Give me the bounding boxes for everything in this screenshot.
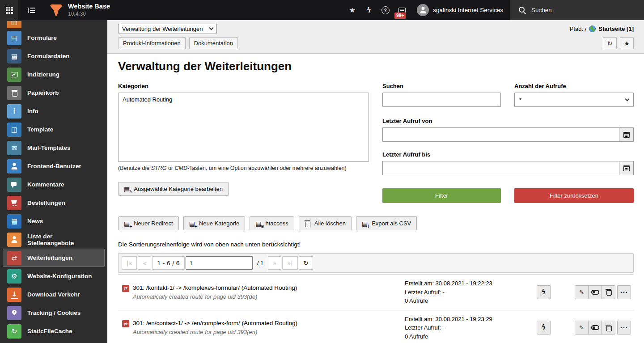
sidebar-item-download-verkehr[interactable]: ↓ Download Verkehr bbox=[3, 285, 105, 304]
bookmark-button[interactable]: ★ bbox=[620, 37, 634, 49]
redirect-subtitle: Automatically created route for page uid… bbox=[133, 293, 297, 301]
help-button[interactable]: ? bbox=[377, 0, 394, 20]
typo3-logo bbox=[50, 4, 62, 16]
filter-button[interactable]: Filter bbox=[382, 188, 501, 203]
module-sidebar: ▤ ▤ Formulare ▤ Formulardaten Indizierun… bbox=[0, 20, 107, 343]
sidebar-item-website-konfiguration[interactable]: ⚙ Website-Konfiguration bbox=[3, 267, 105, 285]
action-toolbar: ▤+ Neuer Redirect ▤+ Neue Kategorie ▤◉ h… bbox=[118, 216, 634, 230]
sidebar-item-bestellungen[interactable]: Bestellungen bbox=[3, 194, 105, 212]
prev-page-button[interactable]: « bbox=[138, 256, 151, 270]
download-icon: ↓ bbox=[7, 288, 21, 302]
global-search[interactable]: Suchen bbox=[510, 0, 644, 20]
trash-icon bbox=[7, 86, 21, 100]
form-icon: ▤ bbox=[7, 31, 21, 45]
sidebar-item-frontend-benutzer[interactable]: Frontend-Benutzer bbox=[3, 157, 105, 175]
multiselect-hint: (Benutze die STRG or CMD-Tasten, um eine… bbox=[118, 165, 369, 171]
record-range: 1 - 6 / 6 bbox=[152, 256, 184, 270]
categories-listbox[interactable]: Automated Routing bbox=[118, 93, 369, 162]
current-page-crumb[interactable]: Startseite [1] bbox=[598, 25, 634, 32]
category-option[interactable]: Automated Routing bbox=[119, 93, 369, 106]
sidebar-item-mail-templates[interactable]: ✉ Mail-Templates bbox=[3, 139, 105, 157]
search-redirects-input[interactable] bbox=[382, 93, 501, 107]
toggle-icon bbox=[591, 325, 599, 330]
system-notes-button[interactable]: 99+ bbox=[394, 0, 410, 20]
bolt-icon: ϟ bbox=[542, 324, 546, 331]
datepicker-button-from[interactable] bbox=[619, 127, 634, 142]
reload-button[interactable]: ↻ bbox=[603, 37, 617, 49]
last-call-from-label: Letzter Aufruf von bbox=[382, 118, 634, 124]
sidebar-item-kommentare[interactable]: Kommentare bbox=[3, 175, 105, 194]
export-csv-button[interactable]: ▤↓ Export als CSV bbox=[356, 216, 417, 230]
datepicker-button-to[interactable] bbox=[619, 161, 634, 175]
reset-filter-button[interactable]: Filter zurücksetzen bbox=[514, 188, 634, 203]
pencil-icon: ✎ bbox=[579, 325, 584, 330]
delete-button[interactable] bbox=[602, 285, 615, 299]
sidebar-item-formulare[interactable]: ▤ Formulare bbox=[3, 29, 105, 47]
sidebar-item-partial[interactable]: ▤ bbox=[3, 21, 105, 29]
trash-icon bbox=[305, 220, 310, 227]
site-brand: Website Base 10.4.30 bbox=[68, 2, 110, 17]
delete-button[interactable] bbox=[602, 321, 615, 335]
more-options-button[interactable]: ··· bbox=[617, 285, 631, 299]
typo3-logo-shape bbox=[50, 4, 62, 16]
cache-icon: ↻ bbox=[7, 324, 21, 339]
module-menu-toggle[interactable] bbox=[0, 0, 18, 20]
note-icon bbox=[398, 8, 406, 13]
documentation-button[interactable]: Dokumentation bbox=[189, 37, 238, 49]
first-page-button[interactable]: |« bbox=[122, 256, 137, 270]
last-call-to-input[interactable] bbox=[382, 161, 619, 175]
function-select[interactable]: Verwaltung der Weiterleitungen bbox=[118, 24, 217, 34]
htaccess-button[interactable]: ▤◉ htaccess bbox=[250, 216, 294, 230]
edit-button[interactable]: ✎ bbox=[575, 285, 589, 299]
product-info-button[interactable]: Produkt-Informationen bbox=[118, 37, 186, 49]
sidebar-item-info[interactable]: i Info bbox=[3, 102, 105, 120]
sidebar-item-tracking-cookies[interactable]: Tracking / Cookies bbox=[3, 304, 105, 322]
new-category-button[interactable]: ▤+ Neue Kategorie bbox=[183, 216, 246, 230]
form-edit-icon: ▤✎ bbox=[124, 186, 130, 192]
top-bar: Website Base 10.4.30 ★ ϟ ? 99+ sgalinski… bbox=[0, 0, 644, 20]
test-redirect-button[interactable]: ϟ bbox=[537, 285, 551, 299]
toggle-visibility-button[interactable] bbox=[588, 321, 602, 335]
path-label: Pfad: / bbox=[570, 25, 587, 32]
sidebar-item-formulardaten[interactable]: ▤ Formulardaten bbox=[3, 47, 105, 65]
redirect-title: 301: /kontakt-1/ -> /komplexes-formular/… bbox=[133, 284, 297, 293]
toggle-visibility-button[interactable] bbox=[588, 285, 602, 299]
refresh-icon: ↻ bbox=[607, 40, 613, 47]
chart-icon bbox=[7, 68, 21, 82]
sidebar-item-news[interactable]: ▤ News bbox=[3, 212, 105, 230]
refresh-list-button[interactable]: ↻ bbox=[299, 256, 314, 270]
calls-select[interactable]: * bbox=[514, 93, 634, 107]
user-menu[interactable]: sgalinski Internet Services bbox=[410, 4, 510, 16]
ellipsis-icon: ··· bbox=[620, 289, 628, 296]
pagination-bar: |« « 1 - 6 / 6 / 1 » »| ↻ bbox=[118, 253, 634, 273]
sidebar-item-staticfilecache[interactable]: ↻ StaticFileCache bbox=[3, 322, 105, 340]
sidebar-item-template[interactable]: ◫ Template bbox=[3, 120, 105, 139]
pin-icon bbox=[7, 306, 21, 320]
page-heading: Verwaltung der Weiterleitungen bbox=[118, 59, 634, 73]
sidebar-item-weiterleitungen[interactable]: ⇄ Weiterleitungen bbox=[3, 249, 105, 267]
site-version: 10.4.30 bbox=[68, 11, 110, 18]
last-page-button[interactable]: »| bbox=[282, 256, 297, 270]
page-number-input[interactable] bbox=[186, 256, 253, 270]
globe-icon bbox=[589, 25, 596, 32]
sort-notice: Die Sortierungsreihenfolge wird von oben… bbox=[118, 241, 634, 248]
sidebar-item-indizierung[interactable]: Indizierung bbox=[3, 65, 105, 84]
edit-button[interactable]: ✎ bbox=[575, 321, 589, 335]
more-options-button[interactable]: ··· bbox=[617, 321, 631, 335]
user-icon bbox=[7, 159, 21, 174]
sidebar-item-stellenangebote[interactable]: Liste der Stellenangebote bbox=[3, 230, 105, 249]
delete-all-button[interactable]: Alle löschen bbox=[299, 216, 352, 230]
next-page-button[interactable]: » bbox=[268, 256, 281, 270]
pagetree-toggle[interactable] bbox=[22, 0, 40, 20]
redirect-icon: ⇄ bbox=[7, 251, 21, 265]
last-call-from-input[interactable] bbox=[382, 127, 619, 142]
bookmarks-button[interactable]: ★ bbox=[344, 0, 360, 20]
sidebar-item-papierkorb[interactable]: Papierkorb bbox=[3, 84, 105, 102]
breadcrumb: Pfad: / Startseite [1] bbox=[570, 25, 634, 32]
edit-category-button[interactable]: ▤✎ Ausgewählte Kategorie bearbeiten bbox=[118, 182, 229, 196]
clear-cache-button[interactable]: ϟ bbox=[360, 0, 377, 20]
page-total: / 1 bbox=[254, 260, 267, 267]
new-redirect-button[interactable]: ▤+ Neuer Redirect bbox=[118, 216, 179, 230]
test-redirect-button[interactable]: ϟ bbox=[537, 321, 551, 335]
calendar-icon bbox=[623, 132, 630, 138]
